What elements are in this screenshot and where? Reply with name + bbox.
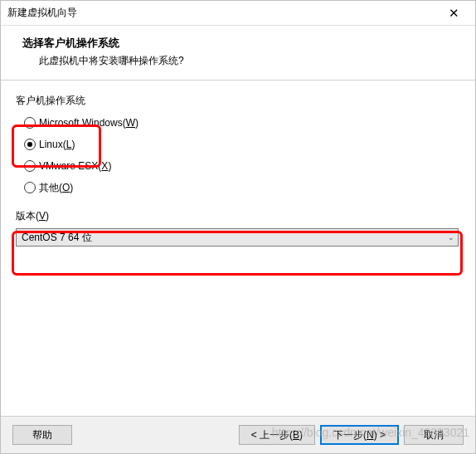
cancel-button[interactable]: 取消 <box>404 425 464 445</box>
page-title: 选择客户机操作系统 <box>22 36 465 51</box>
wizard-window: 新建虚拟机向导 ✕ 选择客户机操作系统 此虚拟机中将安装哪种操作系统? 客户机操… <box>0 0 476 454</box>
version-selected: CentOS 7 64 位 <box>22 231 92 245</box>
radio-label-linux: Linux(L) <box>39 139 75 150</box>
chevron-down-icon: ⌄ <box>448 233 454 242</box>
version-dropdown[interactable]: CentOS 7 64 位 ⌄ <box>16 228 459 247</box>
radio-row-linux[interactable]: Linux(L) <box>24 136 460 153</box>
button-bar: 帮助 < 上一步(B) 下一步(N) > 取消 <box>1 416 475 453</box>
next-button[interactable]: 下一步(N) > <box>320 425 399 445</box>
radio-windows[interactable] <box>24 117 36 129</box>
version-label: 版本(V) <box>16 209 460 223</box>
radio-esx[interactable] <box>24 160 36 172</box>
nav-button-group: < 上一步(B) 下一步(N) > 取消 <box>239 425 464 445</box>
radio-row-other[interactable]: 其他(O) <box>24 179 460 196</box>
radio-label-esx: VMware ESX(X) <box>39 160 111 172</box>
radio-other[interactable] <box>24 182 36 193</box>
wizard-content: 客户机操作系统 Microsoft Windows(W) Linux(L) VM… <box>1 81 475 416</box>
wizard-header: 选择客户机操作系统 此虚拟机中将安装哪种操作系统? <box>1 26 475 81</box>
close-icon: ✕ <box>449 6 459 21</box>
page-subtitle: 此虚拟机中将安装哪种操作系统? <box>22 54 465 68</box>
radio-label-other: 其他(O) <box>39 181 73 195</box>
titlebar: 新建虚拟机向导 ✕ <box>1 1 475 26</box>
os-group-label: 客户机操作系统 <box>16 94 460 108</box>
os-radio-group: Microsoft Windows(W) Linux(L) VMware ESX… <box>16 115 460 196</box>
help-button[interactable]: 帮助 <box>12 425 72 445</box>
radio-row-esx[interactable]: VMware ESX(X) <box>24 158 460 174</box>
window-title: 新建虚拟机向导 <box>7 6 77 20</box>
close-button[interactable]: ✕ <box>437 2 470 25</box>
radio-label-windows: Microsoft Windows(W) <box>39 117 138 129</box>
radio-linux[interactable] <box>24 139 36 150</box>
radio-row-windows[interactable]: Microsoft Windows(W) <box>24 115 460 131</box>
back-button[interactable]: < 上一步(B) <box>239 425 315 445</box>
